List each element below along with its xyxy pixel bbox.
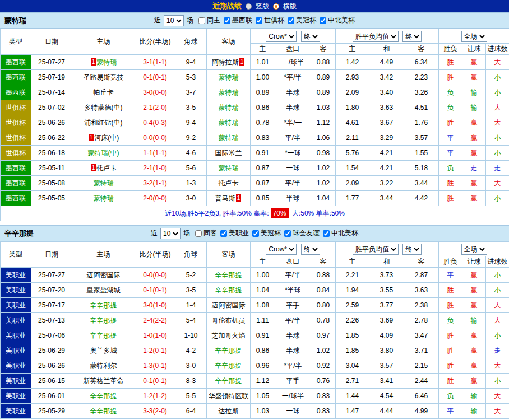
euro-away-odds: 2.38 [404, 298, 439, 313]
result-handicap: 输 [462, 85, 486, 100]
asian-handicap: 半球 [275, 85, 311, 100]
corner-score: 9-4 [175, 115, 207, 130]
league-filter-checkbox[interactable]: 球会友谊 [284, 228, 320, 238]
home-team: 辛辛那提 [72, 404, 135, 419]
result-handicap: 赢 [462, 70, 486, 85]
team-label: 辛辛那提 [215, 271, 242, 279]
team-section: 辛辛那提 近 10 场 同客 美职业 美冠杯 球会友谊 中北美杯 [0, 225, 509, 419]
result-win-draw-loss: 负 [439, 85, 462, 100]
team-label: 蒙特瑞 [219, 119, 239, 127]
bookmaker-select[interactable]: Crow* [266, 31, 297, 42]
euro-home-odds: 2.11 [336, 130, 369, 146]
home-team: 1蒙特瑞 [72, 55, 135, 70]
result-goals: 小 [486, 268, 509, 283]
euro-away-odds: 6.46 [404, 389, 439, 404]
final-odds-select-2[interactable]: 终 [402, 31, 422, 42]
league-filter-checkbox[interactable]: 世俱杯 [256, 16, 284, 25]
horizontal-layout-radio[interactable] [273, 3, 279, 10]
vertical-layout-radio[interactable] [246, 3, 252, 10]
away-team: 蒙特瑞 [207, 161, 251, 176]
result-goals: 大 [486, 358, 509, 374]
league-filter-checkbox[interactable]: 墨西联 [224, 16, 252, 25]
match-date: 25-05-05 [31, 191, 72, 206]
asian-handicap: 一球 [275, 404, 311, 419]
result-goals: 大 [486, 176, 509, 191]
euro-home-odds: 2.09 [336, 176, 369, 191]
away-team: 迈阿密国际 [207, 298, 251, 313]
league-filter-checkbox[interactable]: 同客 [195, 228, 217, 238]
euro-away-odds: 1.55 [404, 146, 439, 161]
vertical-layout-label[interactable]: 竖版 [256, 2, 269, 11]
wdl-average-select[interactable]: 胜平负均值 [353, 31, 399, 42]
final-odds-select-2[interactable]: 终 [402, 244, 422, 255]
checkbox-input[interactable] [323, 230, 330, 237]
asian-handicap: 一球 [275, 161, 311, 176]
match-row: 美职业 25-07-27 迈阿密国际 0-0(0-0) 5-2 辛辛那提 1.0… [1, 268, 509, 283]
euro-home-odds: 1.44 [336, 389, 369, 404]
checkbox-input[interactable] [256, 17, 262, 24]
col-header-asian-home: 主 [251, 44, 275, 55]
match-date: 25-05-29 [31, 404, 72, 419]
match-date: 25-06-26 [31, 115, 72, 130]
page-title: 近期战绩 [212, 1, 242, 11]
bookmaker-select[interactable]: Crow* [266, 244, 297, 255]
league-badge: 墨西联 [1, 70, 31, 85]
away-team: 阿特拉斯1 [207, 55, 251, 70]
league-filter-checkbox[interactable]: 同主 [198, 16, 220, 25]
score: 2-4(2-2) [135, 313, 175, 328]
final-odds-select[interactable]: 终 [301, 31, 320, 42]
league-badge: 美职业 [1, 358, 31, 374]
league-badge: 世俱杯 [1, 146, 31, 161]
league-filter-checkbox[interactable]: 美冠杯 [288, 16, 316, 25]
asian-away-odds: 0.84 [311, 283, 336, 298]
team-name: 辛辛那提 [4, 228, 34, 239]
match-count-select[interactable]: 10 [164, 15, 184, 26]
euro-odds-filter-cell: 胜平负均值 终 [336, 242, 439, 256]
euro-home-odds: 1.42 [336, 55, 369, 70]
result-goals: 小 [486, 374, 509, 389]
league-filter-checkbox[interactable]: 美冠杯 [252, 228, 281, 238]
league-filter-checkbox[interactable]: 中北美杯 [320, 16, 355, 25]
match-count-select[interactable]: 10 [160, 228, 181, 239]
euro-home-odds: 2.59 [336, 298, 369, 313]
checkbox-input[interactable] [224, 17, 230, 24]
col-header-corner: 角球 [175, 29, 207, 55]
checkbox-input[interactable] [320, 17, 326, 24]
asian-away-odds: 0.92 [311, 358, 336, 374]
full-match-select[interactable]: 全场 [461, 244, 487, 255]
match-date: 25-07-27 [31, 55, 72, 70]
wdl-average-select[interactable]: 胜平负均值 [353, 244, 399, 255]
red-card-badge: 1 [89, 134, 94, 141]
match-row: 美职业 25-07-17 辛辛那提 3-0(1-0) 1-4 迈阿密国际 1.0… [1, 298, 509, 313]
checkbox-input[interactable] [252, 230, 259, 237]
score: 3-0(1-0) [135, 298, 175, 313]
match-row: 美职业 25-06-15 新英格兰革命 0-1(0-1) 8-3 辛辛那提 1.… [1, 374, 509, 389]
checkbox-input[interactable] [284, 230, 291, 237]
team-label: 辛辛那提 [90, 332, 117, 339]
team-label: 芝加哥火焰 [212, 332, 246, 339]
asian-home-odds: 0.78 [251, 115, 275, 130]
league-filter-checkbox[interactable]: 美职业 [220, 228, 249, 238]
checkbox-input[interactable] [195, 230, 202, 237]
team-label: 辛辛那提 [215, 347, 242, 354]
euro-away-odds: 2.44 [404, 374, 439, 389]
score: 0-1(0-1) [135, 283, 175, 298]
final-odds-select[interactable]: 终 [301, 244, 320, 255]
checkbox-input[interactable] [198, 17, 205, 24]
checkbox-input[interactable] [288, 17, 294, 24]
team-label: 多特蒙德(中) [85, 104, 123, 111]
euro-away-odds: 4.42 [404, 191, 439, 206]
full-match-select[interactable]: 全场 [461, 31, 487, 42]
team-label: 蒙特瑞 [219, 104, 239, 111]
result-win-draw-loss: 胜 [439, 358, 462, 374]
result-handicap: 赢 [462, 374, 486, 389]
asian-home-odds: 1.12 [251, 374, 275, 389]
asian-home-odds: 0.83 [251, 130, 275, 146]
result-win-draw-loss: 胜 [439, 176, 462, 191]
horizontal-layout-label[interactable]: 横版 [283, 2, 297, 11]
league-filter-checkbox[interactable]: 中北美杯 [323, 228, 358, 238]
result-handicap: 赢 [462, 176, 486, 191]
match-row: 美职业 25-06-01 辛辛那提 1-2(1-2) 5-5 华盛顿特区联 1.… [1, 389, 509, 404]
asian-away-odds: 0.88 [311, 55, 336, 70]
checkbox-input[interactable] [220, 230, 227, 237]
